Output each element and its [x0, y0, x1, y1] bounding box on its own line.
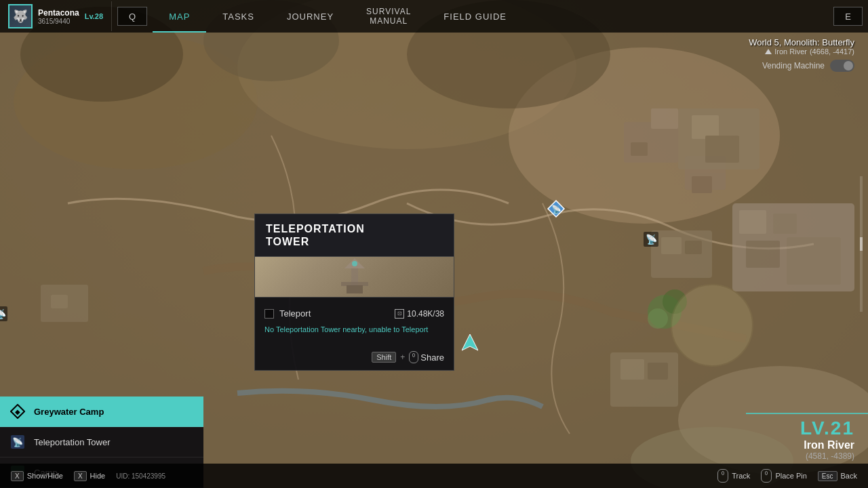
teleport-left: Teleport [264, 308, 311, 319]
greywater-icon: ◆ [9, 403, 26, 420]
svg-rect-18 [685, 241, 702, 254]
popup-header: TELEPORTATIONTOWER [255, 214, 454, 257]
teleport-label: Teleport [279, 308, 311, 319]
svg-text:📡: 📡 [646, 234, 658, 245]
player-details: Pentacona 3615/9440 [38, 8, 79, 25]
popup-title: TELEPORTATIONTOWER [266, 222, 443, 248]
q-button[interactable]: Q [117, 7, 147, 26]
svg-point-33 [671, 285, 753, 366]
hide-key: X [74, 471, 87, 481]
player-level: Lv.28 [85, 12, 103, 20]
tab-survival[interactable]: SURVIVALMANUAL [350, 0, 427, 33]
bottom-bar: X Show/Hide X Hide UID: 150423995 Track … [0, 464, 868, 488]
place-pin-action[interactable]: Place Pin [761, 469, 806, 483]
player-name: Pentacona [38, 8, 79, 18]
location-coords-info: Iron River (4668, -4417) [749, 47, 854, 56]
location-level: LV.21 [800, 418, 854, 439]
world-name: World 5, Monolith: Butterfly [749, 37, 854, 47]
svg-rect-26 [620, 359, 644, 380]
vending-label: Vending Machine [762, 61, 825, 70]
list-item-greywater[interactable]: ◆ Greywater Camp [0, 396, 203, 427]
place-pin-mouse-icon [761, 469, 772, 483]
track-mouse-icon [717, 469, 728, 483]
hide-label: Hide [90, 472, 106, 480]
svg-text:📡: 📡 [551, 204, 561, 214]
tab-map[interactable]: MAP [153, 0, 206, 33]
svg-rect-24 [787, 237, 841, 285]
show-hide-label: Show/Hide [27, 472, 63, 480]
svg-rect-17 [661, 237, 682, 254]
nav-tabs: MAP TASKS JOURNEY SURVIVALMANUAL FIELD G… [153, 0, 828, 33]
tab-journey[interactable]: JOURNEY [271, 0, 350, 33]
svg-rect-47 [347, 285, 363, 293]
teleport-checkbox[interactable] [264, 309, 274, 319]
location-triangle-icon [765, 49, 772, 54]
esc-key: Esc [818, 471, 837, 481]
place-pin-label: Place Pin [775, 472, 806, 480]
location-place-name: Iron River [800, 439, 854, 451]
tower-list-icon: 📡 [9, 434, 26, 450]
cost-value: 10.48K/38 [407, 309, 444, 319]
back-label: Back [841, 472, 857, 480]
teleport-option-row: Teleport ⊡ 10.48K/38 [264, 304, 444, 323]
svg-rect-29 [51, 295, 68, 308]
svg-rect-13 [692, 115, 719, 139]
svg-rect-27 [648, 363, 668, 380]
svg-text:📡: 📡 [0, 308, 7, 320]
region-name: Iron River [774, 47, 807, 56]
svg-rect-23 [746, 241, 780, 268]
uid-text: UID: 150423995 [116, 472, 165, 480]
greywater-label: Greywater Camp [34, 407, 104, 417]
tower-popup: TELEPORTATIONTOWER Teleport ⊡ 10.48K/38 … [254, 214, 454, 371]
popup-body: Teleport ⊡ 10.48K/38 No Teleportation To… [255, 298, 454, 346]
top-right-info: World 5, Monolith: Butterfly Iron River … [749, 37, 854, 72]
list-item-tower[interactable]: 📡 Teleportation Tower [0, 427, 203, 458]
hide-control[interactable]: X Hide [74, 471, 105, 481]
bottom-right-controls: Track Place Pin Esc Back [717, 469, 857, 483]
map-marker-wifi1[interactable]: 📡 [644, 232, 658, 249]
player-info: 🐺 Pentacona 3615/9440 Lv.28 [0, 1, 112, 31]
top-navigation: 🐺 Pentacona 3615/9440 Lv.28 Q MAP TASKS … [0, 0, 868, 33]
teleport-cost: ⊡ 10.48K/38 [395, 309, 444, 319]
vending-toggle[interactable] [830, 60, 854, 72]
svg-marker-43 [462, 334, 478, 350]
track-action[interactable]: Track [717, 469, 750, 483]
popup-image [255, 257, 454, 298]
location-place-coords: (4581, -4389) [800, 451, 854, 461]
svg-text:📡: 📡 [12, 436, 24, 448]
player-marker [462, 334, 478, 357]
svg-point-48 [352, 261, 357, 266]
bottom-left-controls: X Show/Hide X Hide UID: 150423995 [11, 471, 165, 481]
svg-rect-21 [773, 214, 797, 234]
track-label: Track [732, 472, 750, 480]
tab-field-guide[interactable]: FIELD GUIDE [427, 0, 523, 33]
tower-list-label: Teleportation Tower [34, 437, 111, 447]
coords-text: (4668, -4417) [810, 47, 854, 56]
svg-rect-20 [739, 210, 766, 234]
back-action[interactable]: Esc Back [818, 471, 857, 481]
share-label[interactable]: Share [420, 352, 444, 363]
mouse-button [412, 353, 415, 357]
svg-rect-16 [651, 230, 712, 278]
svg-text:◆: ◆ [15, 408, 20, 415]
mouse-icon [409, 351, 418, 363]
error-message: No Teleportation Tower nearby, unable to… [264, 323, 444, 339]
popup-footer: Shift + Share [255, 346, 454, 370]
place-pin-mouse-btn [765, 471, 768, 475]
mouse-share: Share [409, 351, 444, 363]
e-button[interactable]: E [833, 7, 863, 26]
plus-sign: + [400, 352, 405, 362]
player-stats: 3615/9440 [38, 18, 79, 25]
map-marker-wifi2[interactable]: 📡 [0, 306, 7, 324]
cost-icon: ⊡ [395, 309, 404, 319]
map-scrollbar[interactable] [860, 176, 863, 312]
svg-rect-9 [631, 142, 648, 156]
tab-tasks[interactable]: TASKS [206, 0, 271, 33]
toggle-knob [844, 61, 853, 70]
show-hide-control[interactable]: X Show/Hide [11, 471, 63, 481]
track-mouse-btn [722, 471, 724, 475]
svg-rect-15 [705, 136, 739, 163]
scrollbar-thumb [860, 237, 863, 251]
map-marker-diamond[interactable]: 📡 [547, 199, 566, 221]
svg-rect-11 [692, 176, 712, 193]
